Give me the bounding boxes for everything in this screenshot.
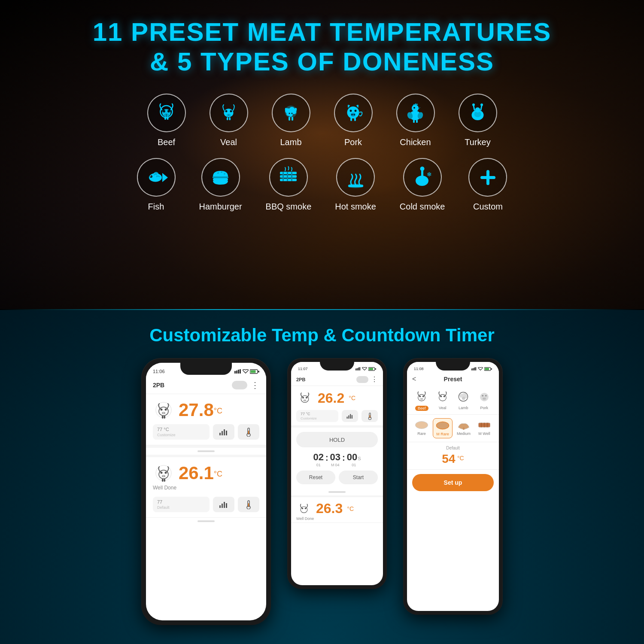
svg-rect-26 [292,117,293,121]
meat-item-turkey[interactable]: Turkey [459,94,497,147]
svg-rect-15 [227,117,228,120]
wave-bar-timer [328,491,346,493]
timer-hours-bottom: 01 [316,463,321,467]
svg-point-33 [351,114,353,115]
toggle-main[interactable] [232,381,247,389]
meat-item-bbq-smoke[interactable]: BBQ smoke [266,158,312,212]
svg-rect-114 [355,368,356,371]
preset-item-veal[interactable]: Veal [433,389,453,411]
svg-rect-68 [348,185,363,187]
preset-lamb-icon [455,389,471,405]
svg-point-40 [413,107,415,109]
svg-point-149 [422,398,423,399]
doneness-rare[interactable]: Rare [412,418,431,438]
svg-rect-62 [280,175,297,178]
timer-chart-btn[interactable] [342,410,358,422]
meat-item-beef[interactable]: Beef [147,94,186,147]
timer-slider[interactable]: 77 °CCustomize [296,410,338,422]
timer-display: 02 01 : 03 M 04 : [296,452,378,467]
svg-point-152 [444,395,445,397]
phones-container: 11:06 2PB ⋮ [0,358,644,625]
svg-rect-133 [369,415,370,418]
probe2-row: 26.1°C [153,462,259,484]
probe1-set-temp: 77 °CCustomize [157,427,176,437]
svg-rect-137 [471,368,472,371]
probe1-chart-btn[interactable] [213,424,234,440]
cow-icon-probe2 [153,462,174,484]
svg-point-148 [421,398,422,399]
svg-point-126 [305,400,306,401]
meat-item-custom[interactable]: Custom [468,158,507,212]
meat-item-lamb[interactable]: Lamb [272,94,310,147]
svg-point-8 [167,114,168,115]
timer-reset-btn[interactable]: Reset [296,471,335,484]
app-header-timer: 2PB ⋮ [291,373,383,386]
svg-point-13 [227,114,228,115]
probe2-set-info: 77Default [157,499,170,510]
svg-point-159 [482,395,483,397]
meat-item-chicken[interactable]: Chicken [396,94,435,147]
svg-point-3 [167,110,170,112]
svg-rect-93 [224,429,225,435]
doneness-medium[interactable]: Medium [454,418,473,438]
svg-rect-110 [226,503,227,508]
wave-indicator-2 [146,518,266,525]
preset-item-lamb[interactable]: Lamb [454,389,473,411]
svg-rect-5 [167,116,169,120]
svg-rect-90 [164,416,166,419]
meat-item-pork[interactable]: Pork [334,94,373,147]
probe2-slider[interactable]: 77Default [153,497,210,512]
meat-item-hot-smoke[interactable]: Hot smoke [335,158,376,212]
doneness-m-well[interactable]: M Well [475,418,494,438]
default-label: Default [412,446,494,450]
meat-circle-chicken [396,94,435,132]
timer-secs-unit: S [358,456,361,461]
svg-point-54 [150,175,152,178]
meat-circle-bbq-smoke [269,158,308,197]
svg-rect-80 [251,370,256,373]
doneness-grid: Rare M Rare Medium [407,415,499,442]
probe2-chart-btn[interactable] [213,497,234,512]
bottom-section: Customizable Temp & Countdown Timer 11:0… [0,310,644,644]
svg-marker-39 [418,107,421,109]
svg-point-87 [162,413,163,413]
preset-back-btn[interactable]: < [412,375,416,383]
preset-item-beef[interactable]: Beef [412,389,431,411]
svg-rect-36 [354,118,356,121]
svg-marker-53 [162,173,168,182]
toggle-timer[interactable] [356,376,368,383]
doneness-m-rare[interactable]: M Rare [433,418,453,438]
cow-icon-probe1 [153,399,174,421]
meat-item-hamburger[interactable]: Hamburger [199,158,242,212]
svg-rect-77 [238,370,239,374]
preset-veal-icon [434,389,451,405]
hold-button[interactable]: HOLD [296,432,378,447]
svg-point-104 [164,476,165,477]
svg-point-34 [353,114,355,115]
probe2-thermo-btn[interactable] [238,497,259,512]
setup-button[interactable]: Set up [412,474,494,491]
timer-thermo-btn[interactable] [361,410,378,422]
meat-label-chicken: Chicken [400,137,431,147]
preset-item-pork[interactable]: Pork [475,389,494,411]
meat-circle-veal [210,94,248,132]
probe1-slider[interactable]: 77 °CCustomize [153,424,210,440]
meat-item-cold-smoke[interactable]: ❄ Cold smoke [400,158,445,212]
timer-hours-col: 02 01 [313,452,323,467]
timer-mins-bottom: 04 [335,463,340,467]
meat-label-hot-smoke: Hot smoke [335,202,376,212]
timer-probe2-doneness: Well Done [296,516,378,521]
meat-item-veal[interactable]: Veal [210,94,248,147]
timer-start-btn[interactable]: Start [339,471,378,484]
meat-item-fish[interactable]: Fish [137,158,176,212]
top-section: 11 PRESET MEAT TEMPERATURES & 5 TYPES OF… [0,0,644,309]
meat-circle-beef [147,94,186,132]
svg-point-2 [163,110,165,112]
timer-secs-top: 00 [347,452,357,463]
meat-label-cold-smoke: Cold smoke [400,202,445,212]
title-line1: 11 PRESET MEAT TEMPERATURES [0,17,644,47]
probe1-thermo-btn[interactable] [238,424,259,440]
app-name-main: 2PB [153,382,164,389]
meat-circle-custom [468,158,507,197]
svg-rect-115 [357,368,358,371]
